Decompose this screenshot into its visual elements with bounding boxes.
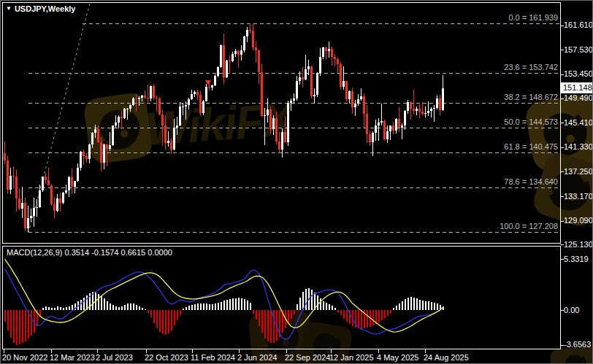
time-axis-label: 24 Aug 2025: [424, 353, 469, 363]
price-axis-label: 133.170: [564, 192, 593, 201]
symbol-title-text: USDJPY,Weekly: [15, 4, 76, 13]
time-axis-label: 22 Sep 2024: [285, 353, 330, 363]
time-axis-label: 11 Feb 2024: [191, 353, 235, 363]
price-axis-label: 149.490: [564, 93, 593, 103]
price-axis-label: 125.130: [564, 240, 593, 249]
fib-level-label: 23.6 = 153.742: [504, 63, 558, 72]
macd-layer[interactable]: [4, 259, 444, 345]
time-axis-label: 12 Mar 2023: [50, 353, 95, 363]
price-axis-label: 161.610: [564, 20, 593, 30]
fib-level-label: 0.0 = 161.939: [508, 13, 558, 23]
price-axis-label: 141.330: [564, 142, 593, 152]
fib-level-label: 50.0 = 144.573: [504, 117, 558, 127]
time-axis-label: 2 Jun 2024: [237, 353, 277, 363]
fib-level-label: 78.6 = 134.640: [504, 177, 558, 187]
time-axis-label: 2 Jul 2023: [96, 353, 133, 363]
time-axis-label: 12 Jan 2025: [329, 353, 374, 363]
macd-axis-label: 0.00: [564, 306, 579, 315]
price-axis-label: 129.090: [564, 216, 593, 225]
time-axis-label: 4 May 2025: [377, 353, 418, 363]
chart-window: WikiFX ▼USDJPY,Weekly MACD(12,26,9) 0.35…: [0, 0, 593, 364]
price-axis-label: 145.410: [564, 118, 593, 128]
macd-axis-label: 5.3319: [564, 255, 589, 264]
fib-baseline[interactable]: [28, 1, 91, 233]
fib-level-label: 38.2 = 148.672: [504, 93, 558, 102]
time-axis-label: 22 Oct 2023: [145, 353, 188, 363]
price-axis-label: 157.530: [564, 45, 593, 55]
price-axis-label: 153.450: [564, 69, 593, 79]
macd-axis-label: -3.6563: [564, 340, 591, 349]
symbol-title: ▼USDJPY,Weekly: [6, 4, 76, 14]
price-axis-label: 137.250: [564, 167, 593, 177]
time-axis-label: 20 Nov 2022: [2, 353, 47, 363]
dropdown-icon: ▼: [6, 5, 12, 12]
fib-level-label: 61.8 = 140.475: [504, 142, 558, 152]
fib-level-label: 100.0 = 127.208: [500, 222, 558, 231]
current-price-box: 151.148: [561, 82, 593, 93]
macd-indicator-label: MACD(12,26,9) 0.3514 -0.1574 0.6615 0.00…: [7, 248, 172, 257]
